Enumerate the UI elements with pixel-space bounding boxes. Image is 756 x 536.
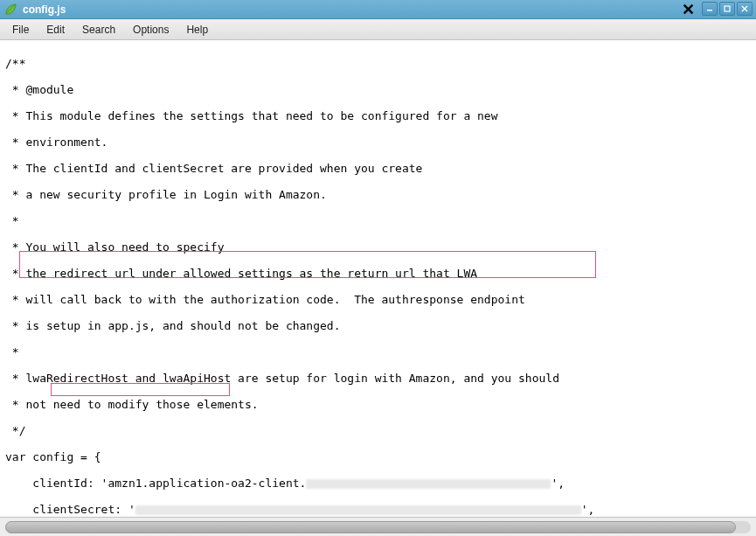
title-bar: config.js ✕	[0, 0, 756, 19]
svg-rect-0	[707, 10, 712, 11]
menu-file[interactable]: File	[3, 21, 38, 38]
code-line: *	[5, 214, 751, 227]
window-title: config.js	[23, 3, 676, 16]
code-line: * will call back to with the authorizati…	[5, 293, 751, 306]
code-line: * environment.	[5, 136, 751, 149]
code-text: ',	[551, 477, 565, 490]
code-line: * the redirect url under allowed setting…	[5, 267, 751, 280]
scroll-thumb[interactable]	[5, 521, 736, 533]
highlight-box-device	[51, 383, 230, 396]
code-text: clientId: 'amzn1.application-oa2-client.	[5, 477, 306, 490]
redacted-client-id	[306, 479, 551, 489]
menu-search[interactable]: Search	[73, 21, 124, 38]
code-text: ',	[581, 503, 595, 516]
code-line: * You will also need to specify	[5, 240, 751, 254]
code-line: * is setup in app.js, and should not be …	[5, 319, 751, 332]
code-line: * This module defines the settings that …	[5, 109, 751, 122]
status-bar	[0, 517, 756, 536]
close-x-icon[interactable]: ✕	[676, 0, 700, 19]
code-line: */	[5, 424, 751, 437]
code-line: * The clientId and clientSecret are prov…	[5, 162, 751, 175]
close-button[interactable]	[737, 2, 753, 16]
redacted-client-secret	[135, 505, 581, 515]
code-text: clientSecret: '	[5, 503, 135, 516]
code-line: clientId: 'amzn1.application-oa2-client.…	[5, 477, 751, 490]
code-line: var config = {	[5, 450, 751, 463]
maximize-button[interactable]	[719, 2, 735, 16]
svg-rect-1	[725, 6, 730, 11]
code-line: * not need to modify those elements.	[5, 398, 751, 411]
code-line: * lwaRedirectHost and lwaApiHost are set…	[5, 372, 751, 385]
leaf-icon	[3, 3, 17, 17]
minimize-button[interactable]	[702, 2, 718, 16]
code-line: *	[5, 345, 751, 358]
code-line: * a new security profile in Login with A…	[5, 188, 751, 201]
window-controls	[702, 2, 753, 16]
code-line: /**	[5, 57, 751, 70]
horizontal-scrollbar[interactable]	[5, 521, 751, 533]
code-editor[interactable]: /** * @module * This module defines the …	[0, 40, 756, 517]
menu-edit[interactable]: Edit	[38, 21, 73, 38]
menu-bar: File Edit Search Options Help	[0, 19, 756, 40]
menu-help[interactable]: Help	[177, 21, 217, 38]
menu-options[interactable]: Options	[124, 21, 177, 38]
code-line: clientSecret: '',	[5, 503, 751, 516]
code-line: * @module	[5, 83, 751, 96]
